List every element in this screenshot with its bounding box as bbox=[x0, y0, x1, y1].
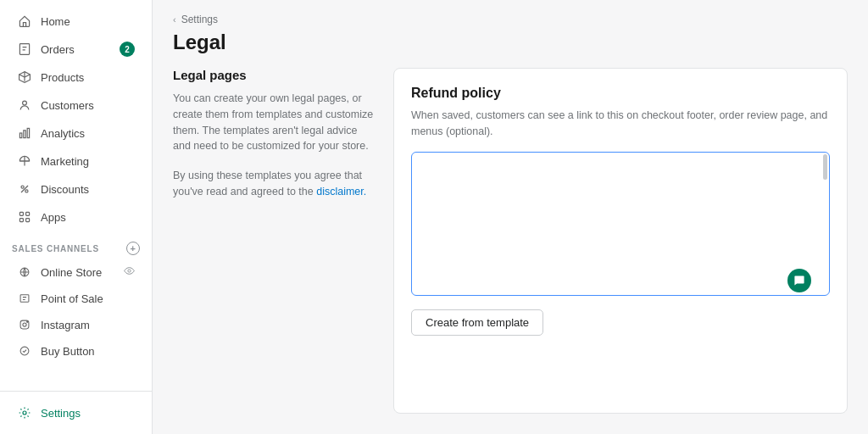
sidebar-label-instagram: Instagram bbox=[41, 319, 135, 331]
sidebar-item-instagram[interactable]: Instagram bbox=[5, 312, 147, 337]
online-store-icon bbox=[17, 264, 32, 280]
sidebar-item-orders[interactable]: Orders 2 bbox=[5, 36, 147, 63]
sidebar-item-customers[interactable]: Customers bbox=[5, 92, 147, 119]
customers-icon bbox=[17, 97, 32, 113]
sidebar-label-settings: Settings bbox=[41, 407, 135, 420]
sidebar-label-orders: Orders bbox=[41, 43, 111, 56]
sidebar-label-home: Home bbox=[41, 15, 135, 28]
orders-badge: 2 bbox=[120, 42, 135, 57]
svg-rect-7 bbox=[19, 212, 23, 215]
policy-subtitle: When saved, customers can see a link to … bbox=[411, 108, 830, 140]
sidebar-item-online-store[interactable]: Online Store bbox=[5, 259, 147, 285]
policy-title: Refund policy bbox=[411, 86, 830, 101]
chat-support-button[interactable] bbox=[787, 269, 811, 292]
sidebar-item-marketing[interactable]: Marketing bbox=[5, 147, 147, 175]
sidebar-footer: Settings bbox=[0, 391, 152, 434]
panel-title: Legal pages bbox=[173, 68, 376, 82]
home-icon bbox=[17, 14, 32, 29]
svg-rect-8 bbox=[26, 212, 30, 215]
sidebar-label-products: Products bbox=[41, 71, 135, 84]
analytics-icon bbox=[17, 125, 32, 141]
sidebar-item-analytics[interactable]: Analytics bbox=[5, 120, 147, 147]
policy-textarea[interactable] bbox=[411, 152, 830, 296]
sidebar-label-apps: Apps bbox=[41, 211, 135, 224]
svg-point-1 bbox=[23, 101, 27, 105]
create-from-template-button[interactable]: Create from template bbox=[411, 309, 543, 336]
panel-description-2: By using these templates you agree that … bbox=[173, 168, 376, 200]
right-panel: Refund policy When saved, customers can … bbox=[393, 68, 848, 414]
svg-rect-10 bbox=[26, 219, 30, 222]
svg-rect-4 bbox=[27, 128, 29, 137]
main-content: ‹ Settings Legal Legal pages You can cre… bbox=[153, 0, 868, 434]
pos-icon bbox=[17, 291, 32, 306]
sidebar-nav: Home Orders 2 bbox=[0, 0, 152, 391]
svg-point-15 bbox=[23, 323, 26, 326]
svg-point-5 bbox=[21, 186, 24, 188]
svg-rect-2 bbox=[19, 133, 21, 138]
instagram-icon bbox=[17, 317, 32, 332]
sidebar-item-settings[interactable]: Settings bbox=[5, 399, 147, 426]
sidebar-item-home[interactable]: Home bbox=[5, 8, 147, 35]
sales-channels-section: SALES CHANNELS + bbox=[0, 231, 152, 259]
textarea-wrapper bbox=[411, 152, 830, 299]
products-icon bbox=[17, 70, 32, 85]
svg-point-12 bbox=[128, 270, 131, 272]
settings-icon bbox=[17, 405, 32, 420]
sidebar-label-pos: Point of Sale bbox=[41, 292, 135, 305]
buy-button-icon bbox=[17, 343, 32, 359]
orders-icon bbox=[17, 42, 32, 57]
breadcrumb-link[interactable]: Settings bbox=[181, 14, 218, 25]
apps-icon bbox=[17, 209, 32, 225]
disclaimer-link[interactable]: disclaimer. bbox=[316, 186, 366, 198]
sidebar-item-apps[interactable]: Apps bbox=[5, 203, 147, 231]
sidebar-label-buy-button: Buy Button bbox=[41, 345, 135, 358]
page-header: ‹ Settings Legal bbox=[153, 0, 868, 68]
sidebar-label-online-store: Online Store bbox=[41, 266, 115, 279]
discounts-icon bbox=[17, 181, 32, 197]
page-title: Legal bbox=[173, 31, 848, 54]
sidebar: Home Orders 2 bbox=[0, 0, 153, 434]
online-store-visibility-icon[interactable] bbox=[124, 265, 135, 279]
sidebar-label-marketing: Marketing bbox=[41, 155, 135, 168]
sidebar-item-discounts[interactable]: Discounts bbox=[5, 175, 147, 203]
breadcrumb: ‹ Settings bbox=[173, 14, 848, 25]
sidebar-label-customers: Customers bbox=[41, 99, 135, 112]
svg-rect-3 bbox=[24, 131, 25, 138]
svg-rect-0 bbox=[19, 44, 29, 55]
sidebar-item-point-of-sale[interactable]: Point of Sale bbox=[5, 286, 147, 311]
svg-rect-13 bbox=[20, 295, 29, 302]
sidebar-item-products[interactable]: Products bbox=[5, 64, 147, 91]
breadcrumb-chevron-icon: ‹ bbox=[173, 14, 176, 25]
svg-point-18 bbox=[23, 411, 26, 415]
app-container: Home Orders 2 bbox=[0, 0, 868, 434]
left-panel: Legal pages You can create your own lega… bbox=[173, 68, 376, 414]
svg-point-6 bbox=[25, 190, 28, 192]
marketing-icon bbox=[17, 153, 32, 169]
sidebar-item-buy-button[interactable]: Buy Button bbox=[5, 338, 147, 364]
scrollbar-indicator bbox=[823, 154, 827, 180]
panel-description-1: You can create your own legal pages, or … bbox=[173, 91, 376, 154]
svg-point-16 bbox=[27, 321, 28, 322]
svg-rect-9 bbox=[19, 219, 23, 222]
sidebar-label-discounts: Discounts bbox=[41, 183, 135, 196]
sidebar-label-analytics: Analytics bbox=[41, 127, 135, 140]
content-area: Legal pages You can create your own lega… bbox=[153, 68, 868, 434]
add-sales-channel-button[interactable]: + bbox=[126, 242, 140, 255]
